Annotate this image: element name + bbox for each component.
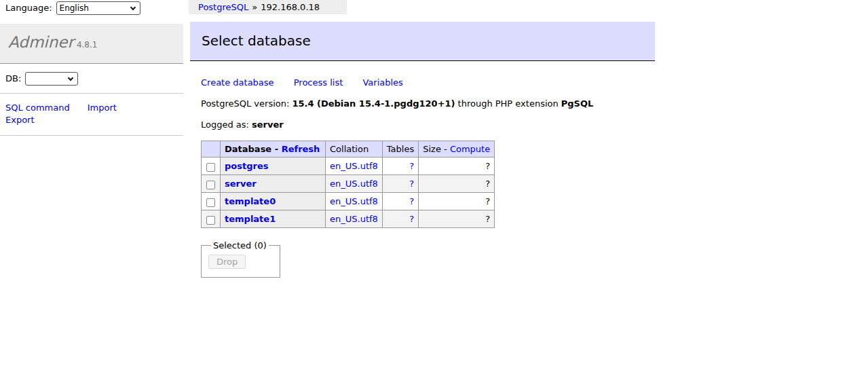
sidebar-item-import[interactable]: Import (88, 103, 117, 113)
server-version-line: PostgreSQL version:15.4 (Debian 15.4-1.p… (201, 98, 655, 109)
drop-button[interactable]: Drop (208, 255, 246, 269)
language-select[interactable]: English (56, 1, 140, 15)
breadcrumb: PostgreSQL»192.168.0.18 (189, 0, 347, 14)
size-value: ? (419, 210, 495, 228)
create-database-link[interactable]: Create database (201, 77, 274, 88)
size-value: ? (419, 175, 495, 193)
version-value: 15.4 (Debian 15.4-1.pgdg120+1) (292, 98, 455, 109)
app-name[interactable]: Adminer (8, 33, 74, 51)
collation-link[interactable]: en_US.utf8 (330, 179, 378, 189)
database-link[interactable]: server (225, 179, 257, 189)
breadcrumb-server-link[interactable]: PostgreSQL (198, 2, 248, 12)
collation-link[interactable]: en_US.utf8 (330, 214, 378, 224)
language-label: Language: (5, 3, 52, 13)
logged-as-label: Logged as: (201, 119, 249, 130)
size-value: ? (419, 158, 495, 175)
size-header-label: Size (423, 144, 441, 154)
page-title: Select database (190, 22, 655, 61)
row-checkbox[interactable] (206, 216, 215, 225)
header-dash: - (275, 144, 278, 154)
tables-count-link[interactable]: ? (409, 196, 414, 206)
databases-table: Database - Refresh Collation Tables Size… (201, 141, 495, 228)
column-header-collation: Collation (326, 141, 383, 158)
size-value: ? (419, 193, 495, 210)
app-version: 4.8.1 (77, 40, 98, 50)
row-checkbox[interactable] (206, 163, 215, 172)
tables-count-link[interactable]: ? (409, 161, 414, 171)
app-title: Adminer4.8.1 (0, 24, 183, 64)
header-checkbox-cell (202, 141, 221, 158)
breadcrumb-separator: » (252, 2, 257, 12)
logged-as-line: Logged as:server (201, 119, 655, 130)
version-middle: through PHP extension (458, 98, 559, 109)
table-row: template0 en_US.utf8 ? ? (202, 193, 495, 210)
row-checkbox[interactable] (206, 198, 215, 207)
breadcrumb-host: 192.168.0.18 (261, 2, 320, 12)
column-header-tables: Tables (382, 141, 418, 158)
header-dash: - (444, 144, 447, 154)
db-selector-form: DB: (0, 64, 183, 94)
selected-fieldset: Selected (0) Drop (201, 240, 280, 278)
table-header-row: Database - Refresh Collation Tables Size… (202, 141, 495, 158)
collation-link[interactable]: en_US.utf8 (330, 161, 378, 171)
logged-as-user: server (252, 119, 284, 130)
column-header-database: Database - Refresh (221, 141, 326, 158)
process-list-link[interactable]: Process list (294, 77, 343, 88)
compute-link[interactable]: Compute (450, 144, 490, 154)
sidebar-item-sql-command[interactable]: SQL command (5, 103, 70, 113)
row-checkbox[interactable] (206, 181, 215, 189)
database-link[interactable]: template1 (225, 214, 276, 224)
tables-count-link[interactable]: ? (409, 179, 414, 189)
db-select[interactable] (25, 72, 78, 86)
database-link[interactable]: template0 (225, 196, 276, 206)
selected-legend: Selected (0) (211, 240, 269, 251)
tables-count-link[interactable]: ? (409, 214, 414, 224)
table-row: postgres en_US.utf8 ? ? (202, 158, 495, 175)
sidebar: Adminer4.8.1 DB: SQL commandImport Expor… (0, 24, 183, 136)
main-content: Select database Create database Process … (190, 22, 655, 278)
version-prefix: PostgreSQL version: (201, 98, 289, 109)
database-link[interactable]: postgres (225, 161, 268, 171)
php-extension: PgSQL (561, 98, 594, 109)
table-row: template1 en_US.utf8 ? ? (202, 210, 495, 228)
refresh-link[interactable]: Refresh (282, 144, 320, 154)
db-label: DB: (5, 73, 21, 84)
table-row: server en_US.utf8 ? ? (202, 175, 495, 193)
column-header-size: Size - Compute (419, 141, 495, 158)
language-bar: Language: English (5, 1, 140, 15)
sidebar-item-export[interactable]: Export (5, 115, 35, 125)
action-links: Create database Process list Variables (201, 77, 655, 88)
sidebar-links: SQL commandImport Export (0, 94, 183, 136)
variables-link[interactable]: Variables (362, 77, 402, 88)
database-header-label: Database (225, 144, 271, 154)
collation-link[interactable]: en_US.utf8 (330, 196, 378, 206)
